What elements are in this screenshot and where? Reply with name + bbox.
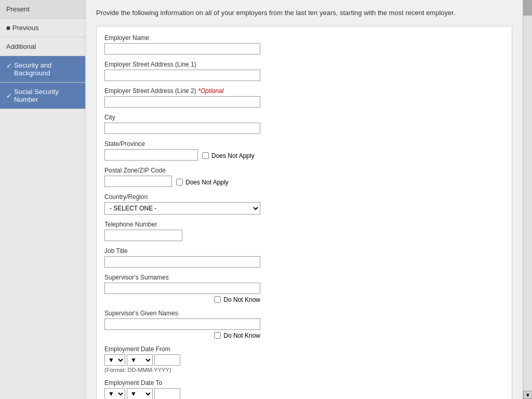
telephone-input[interactable]	[104, 230, 182, 241]
scrollbar-track[interactable]	[523, 0, 532, 399]
job-title-input[interactable]	[104, 256, 260, 268]
country-group: Country/Region - SELECT ONE -	[104, 193, 504, 215]
optional-label: *Optional	[198, 87, 223, 95]
postal-does-not-apply-row: Does Not Apply	[176, 179, 229, 186]
bullet-icon: ■	[6, 24, 10, 32]
supervisor-surnames-do-not-know-label: Do Not Know	[223, 296, 260, 303]
employment-date-from-group: Employment Date From ▼ ▼ (Format: DD-MMM…	[104, 345, 504, 373]
sidebar-item-additional[interactable]: Additional	[0, 37, 85, 56]
state-input[interactable]	[104, 149, 198, 161]
employment-date-to-row: ▼ ▼	[104, 388, 504, 400]
employer-street1-label: Employer Street Address (Line 1)	[104, 61, 504, 68]
supervisor-given-names-do-not-know-label: Do Not Know	[223, 332, 260, 339]
employment-date-from-format-hint: (Format: DD-MMM-YYYY)	[104, 367, 504, 373]
employer-street1-group: Employer Street Address (Line 1)	[104, 61, 504, 81]
check-icon: ✓	[6, 62, 12, 70]
scrollbar: ▲ ▼	[523, 0, 532, 399]
telephone-label: Telephone Number	[104, 221, 504, 228]
state-does-not-apply-label: Does Not Apply	[211, 152, 255, 159]
employer-street1-input[interactable]	[104, 70, 260, 81]
employer-street2-input[interactable]	[104, 96, 260, 108]
supervisor-surnames-do-not-know-row: Do Not Know	[104, 296, 260, 303]
supervisor-surnames-group: Supervisor's Surnames Do Not Know	[104, 274, 504, 303]
employment-date-to-year[interactable]	[154, 388, 180, 400]
postal-group: Postal Zone/ZIP Code Does Not Apply	[104, 167, 504, 187]
country-label: Country/Region	[104, 193, 504, 201]
country-select[interactable]: - SELECT ONE -	[104, 202, 260, 215]
supervisor-given-names-do-not-know-checkbox[interactable]	[214, 332, 221, 339]
main-content: Provide the following information on all…	[86, 0, 523, 399]
supervisor-given-names-label: Supervisor's Given Names	[104, 310, 504, 317]
sidebar-item-security-background-label: Security and Background	[14, 61, 79, 77]
postal-does-not-apply-checkbox[interactable]	[176, 179, 183, 185]
state-label: State/Province	[104, 140, 504, 148]
city-group: City	[104, 114, 504, 134]
employment-date-to-label: Employment Date To	[104, 379, 504, 387]
employer-street2-group: Employer Street Address (Line 2) *Option…	[104, 87, 504, 108]
employment-date-from-month[interactable]: ▼	[127, 354, 153, 366]
sidebar-item-previous-label: Previous	[12, 24, 39, 32]
sidebar-item-social-security[interactable]: ✓ Social Security Number	[0, 83, 85, 109]
sidebar-item-previous[interactable]: ■ Previous	[0, 19, 85, 37]
sidebar: Present ■ Previous Additional ✓ Security…	[0, 0, 86, 399]
sidebar-item-security-background[interactable]: ✓ Security and Background	[0, 56, 85, 83]
employment-date-from-year[interactable]	[154, 354, 180, 366]
employer-name-label: Employer Name	[104, 34, 504, 42]
employment-date-to-group: Employment Date To ▼ ▼ (Format: DD-MMM-Y…	[104, 379, 504, 400]
job-title-label: Job Title	[104, 247, 504, 255]
employment-date-from-day[interactable]: ▼	[104, 354, 125, 366]
employment-date-to-day[interactable]: ▼	[104, 388, 125, 400]
postal-label: Postal Zone/ZIP Code	[104, 167, 504, 174]
employment-date-to-month[interactable]: ▼	[127, 388, 153, 400]
postal-input[interactable]	[104, 176, 172, 187]
employment-date-from-row: ▼ ▼	[104, 354, 504, 366]
employer-street2-label: Employer Street Address (Line 2) *Option…	[104, 87, 504, 95]
city-label: City	[104, 114, 504, 121]
state-group: State/Province Does Not Apply	[104, 140, 504, 161]
job-title-group: Job Title	[104, 247, 504, 268]
content-area: Provide the following information on all…	[86, 0, 523, 399]
supervisor-surnames-do-not-know-checkbox[interactable]	[214, 296, 221, 303]
sidebar-item-present[interactable]: Present	[0, 0, 85, 19]
city-input[interactable]	[104, 123, 260, 134]
sidebar-item-present-label: Present	[6, 5, 30, 13]
supervisor-given-names-group: Supervisor's Given Names Do Not Know	[104, 310, 504, 339]
intro-text: Provide the following information on all…	[96, 8, 512, 18]
supervisor-given-names-input[interactable]	[104, 318, 260, 330]
employer-name-input[interactable]	[104, 43, 260, 55]
employer-name-group: Employer Name	[104, 34, 504, 55]
check-icon-2: ✓	[6, 92, 12, 100]
telephone-group: Telephone Number	[104, 221, 504, 241]
employment-date-from-label: Employment Date From	[104, 345, 504, 353]
scrollbar-thumb[interactable]	[523, 0, 532, 16]
supervisor-surnames-input[interactable]	[104, 283, 260, 294]
state-does-not-apply-checkbox[interactable]	[202, 152, 209, 159]
postal-does-not-apply-label: Does Not Apply	[185, 179, 229, 186]
supervisor-given-names-do-not-know-row: Do Not Know	[104, 332, 260, 339]
sidebar-item-additional-label: Additional	[6, 43, 36, 50]
state-does-not-apply-row: Does Not Apply	[202, 152, 255, 159]
sidebar-item-social-security-label: Social Security Number	[14, 88, 79, 103]
employer-form: Employer Name Employer Street Address (L…	[96, 26, 512, 400]
supervisor-surnames-label: Supervisor's Surnames	[104, 274, 504, 281]
scrollbar-down-arrow[interactable]: ▼	[523, 391, 532, 399]
